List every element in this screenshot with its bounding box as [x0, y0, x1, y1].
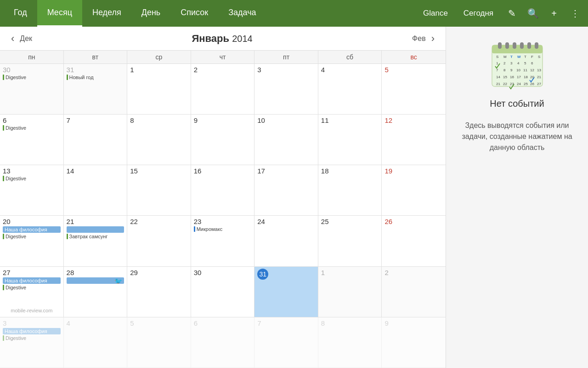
cal-cell-jan14[interactable]: 14 [64, 165, 128, 216]
watermark: mobile-review.com [11, 308, 52, 313]
event-nasha-20[interactable]: Наша философия [3, 226, 61, 233]
event-nasha-27[interactable]: Наша философия [3, 277, 61, 284]
cal-cell-jan12[interactable]: 12 [382, 115, 446, 165]
cal-cell-jan18[interactable]: 18 [318, 165, 382, 216]
tab-month[interactable]: Месяц [37, 0, 82, 27]
cal-cell-feb5[interactable]: 5 [127, 317, 191, 368]
svg-text:8: 8 [503, 68, 506, 72]
svg-rect-6 [527, 42, 531, 49]
cal-cell-feb2[interactable]: 2 [382, 267, 446, 317]
cal-cell-jan6[interactable]: 6 Digestive [0, 115, 64, 165]
svg-text:24: 24 [517, 82, 521, 86]
cal-cell-jan22[interactable]: 22 [127, 216, 191, 266]
cal-cell-jan3[interactable]: 3 [254, 64, 318, 115]
event-digestive-13[interactable]: Digestive [3, 176, 61, 181]
svg-text:27: 27 [537, 82, 541, 86]
cal-cell-jan28[interactable]: 28 🐦 [64, 267, 128, 317]
svg-text:13: 13 [537, 68, 541, 72]
header-tue: вт [64, 51, 128, 63]
cal-cell-jan27[interactable]: 27 Наша философия Digestive mobile-revie… [0, 267, 64, 317]
top-navigation: Год Месяц Неделя День Список Задача Glan… [0, 0, 588, 27]
search-icon[interactable]: 🔍 [524, 4, 542, 23]
more-icon[interactable]: ⋮ [566, 4, 584, 23]
cal-cell-jan9[interactable]: 9 [191, 115, 255, 165]
prev-arrow[interactable]: ‹ [7, 31, 18, 46]
cal-cell-jan25[interactable]: 25 [318, 216, 382, 266]
event-digestive-20[interactable]: Digestive [3, 234, 61, 239]
cal-cell-jan11[interactable]: 11 [318, 115, 382, 165]
svg-text:21: 21 [537, 75, 541, 79]
svg-text:5: 5 [524, 61, 526, 65]
cal-cell-jan15[interactable]: 15 [127, 165, 191, 216]
event-micromax[interactable]: Микромакс [194, 226, 252, 232]
cal-cell-jan5[interactable]: 5 [382, 64, 446, 115]
svg-text:17: 17 [517, 75, 521, 79]
next-month-label[interactable]: Фев [412, 34, 426, 43]
cal-cell-jan8[interactable]: 8 [127, 115, 191, 165]
cal-cell-jan31[interactable]: 31 [254, 267, 318, 317]
event-zavtrak[interactable]: Завтрак самсунг [67, 234, 124, 239]
cal-cell-jan26[interactable]: 26 [382, 216, 446, 266]
cal-cell-feb7[interactable]: 7 [254, 317, 318, 368]
cal-cell-feb4[interactable]: 4 [64, 317, 128, 368]
cal-cell-feb8[interactable]: 8 [318, 317, 382, 368]
cal-cell-jan7[interactable]: 7 [64, 115, 128, 165]
svg-text:S: S [538, 55, 540, 59]
tab-week[interactable]: Неделя [82, 0, 131, 27]
next-arrow[interactable]: › [428, 31, 438, 46]
glance-button[interactable]: Glance [417, 6, 454, 21]
svg-rect-3 [505, 42, 509, 49]
month-navigation: ‹ Дек Январь 2014 Фев › [0, 27, 446, 51]
cal-cell-feb1[interactable]: 1 [318, 267, 382, 317]
event-digestive-6[interactable]: Digestive [3, 125, 61, 131]
glance-calendar-icon: S M T W T F S 1 2 3 4 5 6 7 8 9 10 11 [490, 40, 545, 91]
event-digestive-27[interactable]: Digestive [3, 285, 61, 290]
svg-text:12: 12 [530, 68, 534, 72]
event-digestive-dec30[interactable]: Digestive [3, 75, 61, 80]
cal-cell-feb3[interactable]: 3 Наша философия Digestive [0, 317, 64, 368]
cal-cell-jan21[interactable]: 21 Завтрак самсунг [64, 216, 128, 266]
svg-rect-5 [520, 42, 524, 49]
cal-cell-dec31[interactable]: 31 Новый год [64, 64, 128, 115]
cal-cell-jan30[interactable]: 30 [191, 267, 255, 317]
cal-cell-jan13[interactable]: 13 Digestive [0, 165, 64, 216]
tab-day[interactable]: День [131, 0, 171, 27]
right-panel: S M T W T F S 1 2 3 4 5 6 7 8 9 10 11 [446, 27, 588, 368]
cal-cell-jan19[interactable]: 19 [382, 165, 446, 216]
add-icon[interactable]: + [545, 4, 563, 23]
today-button[interactable]: Сегодня [457, 6, 500, 21]
cal-cell-jan17[interactable]: 17 [254, 165, 318, 216]
event-nasha-21-span[interactable] [67, 226, 124, 233]
cal-cell-jan23[interactable]: 23 Микромакс [191, 216, 255, 266]
svg-text:W: W [517, 55, 521, 59]
cal-cell-jan10[interactable]: 10 [254, 115, 318, 165]
prev-month-label[interactable]: Дек [20, 34, 32, 43]
cal-cell-dec30[interactable]: 30 Digestive [0, 64, 64, 115]
cal-cell-jan1[interactable]: 1 [127, 64, 191, 115]
tab-task[interactable]: Задача [218, 0, 266, 27]
cal-cell-feb6[interactable]: 6 [191, 317, 255, 368]
cal-cell-jan2[interactable]: 2 [191, 64, 255, 115]
event-newyear[interactable]: Новый год [67, 75, 124, 80]
cal-cell-feb9[interactable]: 9 [382, 317, 446, 368]
svg-text:15: 15 [503, 75, 507, 79]
tab-year[interactable]: Год [4, 0, 37, 27]
cal-cell-jan20[interactable]: 20 Наша философия Digestive [0, 216, 64, 266]
header-sun: вс [382, 51, 446, 63]
svg-text:10: 10 [516, 68, 520, 72]
cal-cell-jan16[interactable]: 16 [191, 165, 255, 216]
header-fri: пт [254, 51, 318, 63]
cal-cell-jan29[interactable]: 29 [127, 267, 191, 317]
nav-right-buttons: Glance Сегодня ✎ 🔍 + ⋮ [417, 0, 584, 27]
header-sat: сб [318, 51, 382, 63]
tab-list[interactable]: Список [170, 0, 218, 27]
svg-text:26: 26 [530, 82, 534, 86]
edit-icon[interactable]: ✎ [503, 4, 521, 23]
event-nasha-28-span[interactable]: 🐦 [67, 277, 124, 284]
event-digestive-feb3[interactable]: Digestive [3, 335, 61, 341]
event-nasha-feb3[interactable]: Наша философия [3, 328, 61, 334]
svg-text:7: 7 [496, 68, 498, 72]
cal-cell-jan4[interactable]: 4 [318, 64, 382, 115]
cal-cell-jan24[interactable]: 24 [254, 216, 318, 266]
calendar-section: ‹ Дек Январь 2014 Фев › пн вт ср чт пт с… [0, 27, 446, 368]
